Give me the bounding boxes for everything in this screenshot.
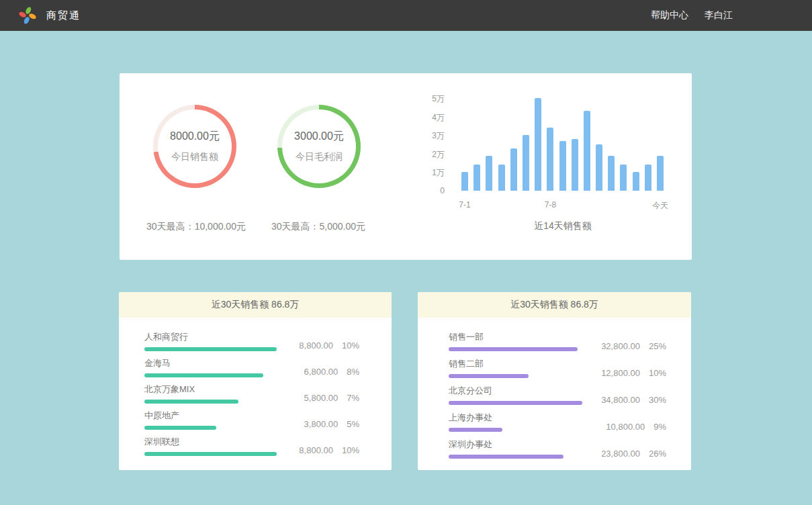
rank-value: 3,800.005% [304, 419, 359, 429]
rank-bar [449, 347, 578, 351]
rank-bar [144, 400, 238, 404]
rank-amount: 8,800.00 [299, 445, 333, 455]
sales-bar [584, 111, 590, 191]
y-axis-tick: 1万 [432, 167, 445, 179]
profit-30day-max: 30天最高：5,000.00元 [244, 221, 392, 233]
rank-amount: 10,800.00 [606, 422, 645, 432]
rank-amount: 12,800.00 [601, 368, 640, 378]
rank-value: 5,800.007% [304, 393, 359, 403]
x-axis-tick: 今天 [652, 200, 668, 212]
rank-row: 北京万象MIX5,800.007% [144, 380, 359, 406]
rank-amount: 32,800.00 [601, 341, 640, 351]
app-title: 商贸通 [46, 9, 81, 22]
rank-value: 10,800.009% [606, 422, 666, 432]
rank-percent: 10% [342, 445, 359, 455]
rank-amount: 5,800.00 [304, 393, 339, 403]
rank-row: 深圳办事处23,800.0026% [449, 435, 666, 462]
rank-row: 深圳联想8,800.0010% [144, 432, 359, 459]
rank-bar [449, 374, 529, 378]
department-rank-list: 销售一部32,800.0025%销售二部12,800.0010%北京分公司34,… [418, 318, 691, 462]
username-menu[interactable]: 李白江 [705, 9, 733, 21]
rank-percent: 8% [347, 367, 359, 377]
pinwheel-logo-icon [17, 5, 38, 26]
rank-percent: 10% [649, 368, 666, 378]
today-sales-label: 今日销售额 [171, 151, 218, 163]
today-profit-label: 今日毛利润 [296, 151, 343, 163]
rank-row: 销售一部32,800.0025% [449, 328, 666, 355]
sales-bar [523, 135, 529, 191]
sales-bar [596, 144, 602, 191]
sales-bar [657, 156, 664, 191]
today-sales-ring: 8000.00元 今日销售额 [153, 105, 236, 188]
rank-value: 23,800.0026% [601, 449, 666, 459]
rank-percent: 5% [347, 419, 359, 429]
today-sales-value: 8000.00元 [170, 130, 220, 144]
rank-value: 8,800.0010% [299, 340, 359, 351]
sales-bar [559, 141, 566, 191]
rank-value: 8,800.0010% [299, 445, 359, 455]
rank-row: 上海办事处10,800.009% [449, 408, 666, 435]
help-center-link[interactable]: 帮助中心 [651, 9, 688, 21]
sales-bar [633, 172, 639, 191]
x-axis-tick: 7-8 [545, 200, 556, 210]
customer-rank-card: 近30天销售额 86.8万 人和商贸行8,800.0010%金海马6,800.0… [119, 292, 392, 470]
rank-percent: 10% [342, 340, 359, 351]
sales-bar [572, 139, 578, 191]
rank-amount: 34,800.00 [601, 395, 640, 405]
sales-bar [547, 128, 553, 191]
rank-value: 32,800.0025% [601, 341, 666, 351]
y-axis-tick: 3万 [432, 130, 445, 142]
rank-row: 人和商贸行8,800.0010% [144, 328, 359, 354]
rank-value: 12,800.0010% [601, 368, 666, 378]
department-rank-title: 近30天销售额 86.8万 [418, 292, 691, 318]
customer-rank-title: 近30天销售额 86.8万 [119, 292, 392, 318]
sales-bar [486, 156, 492, 191]
y-axis-tick: 2万 [432, 149, 445, 160]
sales-bar [461, 172, 468, 191]
today-profit-ring: 3000.00元 今日毛利润 [277, 105, 361, 188]
rank-percent: 26% [649, 449, 666, 459]
sales-bar [608, 156, 615, 191]
y-axis-tick: 5万 [432, 93, 445, 105]
rank-bar [449, 428, 502, 432]
y-axis-tick: 0 [440, 186, 445, 195]
y-axis-tick: 4万 [432, 112, 445, 124]
rank-value: 34,800.0030% [601, 395, 666, 405]
rank-row: 中原地产3,800.005% [144, 406, 359, 432]
sales-bar [473, 165, 480, 191]
sales-bar-chart [461, 98, 664, 191]
rank-bar [449, 401, 582, 405]
rank-percent: 7% [347, 393, 359, 403]
sales-bar [498, 165, 505, 191]
rank-bar [449, 455, 563, 459]
rank-percent: 25% [649, 341, 666, 351]
rank-amount: 6,800.00 [304, 367, 339, 377]
today-profit-value: 3000.00元 [294, 130, 344, 144]
rank-row: 金海马6,800.008% [144, 354, 359, 380]
x-axis-tick: 7-1 [459, 200, 470, 210]
chart-caption: 近14天销售额 [461, 220, 664, 232]
summary-card: 8000.00元 今日销售额 30天最高：10,000.00元 3000.00元… [120, 73, 692, 260]
chart-y-axis: 5万4万3万2万1万0 [412, 93, 445, 195]
titlebar: 商贸通 帮助中心 李白江 [0, 0, 812, 31]
rank-row: 销售二部12,800.0010% [449, 355, 666, 381]
sales-bar [510, 148, 517, 191]
rank-amount: 8,800.00 [299, 340, 333, 351]
rank-percent: 9% [653, 422, 666, 432]
rank-percent: 30% [649, 395, 666, 405]
sales-bar [645, 165, 651, 191]
rank-amount: 3,800.00 [304, 419, 339, 429]
rank-bar [144, 347, 277, 351]
sales-bar [620, 165, 627, 191]
chart-x-axis: 7-17-8今天 [461, 200, 664, 211]
department-rank-card: 近30天销售额 86.8万 销售一部32,800.0025%销售二部12,800… [418, 292, 691, 470]
rank-value: 6,800.008% [304, 367, 359, 377]
rank-bar [144, 373, 263, 377]
customer-rank-list: 人和商贸行8,800.0010%金海马6,800.008%北京万象MIX5,80… [119, 318, 392, 459]
rank-amount: 23,800.00 [601, 449, 640, 459]
sales-bar [535, 98, 541, 191]
rank-bar [144, 426, 216, 430]
rank-row: 北京分公司34,800.0030% [449, 381, 666, 408]
rank-bar [144, 452, 277, 456]
